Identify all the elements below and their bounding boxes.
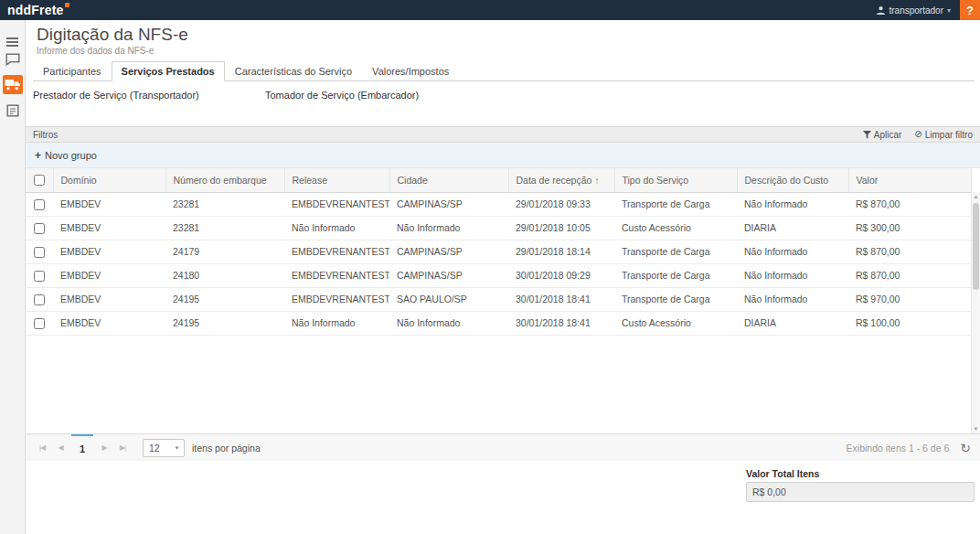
total-items-input[interactable]: R$ 0,00 (746, 482, 975, 502)
vertical-scrollbar[interactable]: ▲ ▼ (971, 192, 980, 433)
sort-asc-icon: ↑ (594, 176, 599, 186)
table-cell: 24180 (165, 263, 284, 287)
tab-caracteristicas-do-servico[interactable]: Características do Serviço (225, 61, 362, 81)
clear-filter-label: Limpar filtro (925, 130, 973, 140)
sidebar-menu-button[interactable] (3, 27, 23, 47)
table-row[interactable]: EMBDEV23281Não InformadoNão Informado29/… (26, 216, 971, 240)
tab-valores-impostos[interactable]: Valores/Impostos (362, 61, 459, 81)
row-checkbox[interactable] (34, 271, 45, 282)
pager-status: Exibindo itens 1 - 6 de 6 (847, 443, 950, 454)
table-cell: 29/01/2018 18:14 (508, 240, 614, 263)
chat-icon (5, 53, 20, 66)
truck-icon (5, 79, 21, 91)
table-cell: 24195 (165, 311, 284, 335)
table-cell: Não Informado (737, 240, 848, 263)
table-cell: 29/01/2018 09:33 (508, 192, 614, 216)
table-row[interactable]: EMBDEV24179EMBDEVRENANTESTE116CAMPINAS/S… (26, 240, 971, 263)
column-header-valor[interactable]: Valor (848, 168, 971, 192)
clear-filter-button[interactable]: ⊘ Limpar filtro (914, 130, 973, 140)
current-page[interactable]: 1 (71, 434, 93, 462)
table-cell: R$ 100,00 (848, 311, 971, 335)
last-page-button[interactable]: ▶| (113, 438, 132, 458)
table-cell: 24195 (165, 287, 284, 311)
column-header-dominio[interactable]: Domínio (53, 168, 165, 192)
scrollbar-thumb[interactable] (973, 203, 979, 290)
table-cell: 23281 (165, 216, 284, 240)
table-row[interactable]: EMBDEV24195EMBDEVRENANTESTE120SAO PAULO/… (26, 287, 971, 311)
tab-servicos-prestados[interactable]: Serviços Prestados (112, 61, 225, 81)
help-button[interactable]: ? (960, 0, 980, 20)
table-cell: 30/01/2018 18:41 (508, 311, 614, 335)
pagination-bar: |◀ ◀ 1 ▶ ▶| 12 ▾ itens por página Exibin… (26, 433, 980, 461)
table-row[interactable]: EMBDEV24180EMBDEVRENANTESTE117CAMPINAS/S… (26, 263, 971, 287)
table-cell: R$ 870,00 (848, 263, 971, 287)
scroll-down-icon[interactable]: ▼ (972, 426, 980, 432)
row-checkbox[interactable] (34, 294, 45, 305)
table-cell: Custo Acessório (614, 216, 737, 240)
chevron-down-icon: ▾ (170, 444, 184, 452)
table-cell: R$ 870,00 (848, 192, 971, 216)
apply-filter-label: Aplicar (874, 130, 902, 140)
grid-toolbar: + Novo grupo (26, 143, 980, 168)
table-cell: EMBDEV (53, 311, 165, 335)
first-page-button[interactable]: |◀ (33, 438, 51, 458)
row-checkbox[interactable] (34, 318, 45, 329)
page-header: Digitação da NFS-e Informe dos dados da … (26, 20, 980, 60)
user-menu-label: transportador (889, 5, 943, 16)
next-page-button[interactable]: ▶ (95, 438, 113, 458)
new-group-button[interactable]: + Novo grupo (35, 150, 97, 161)
column-header-tipo-servico[interactable]: Tipo do Serviço (614, 168, 737, 192)
select-all-checkbox[interactable] (34, 175, 45, 186)
table-cell: 30/01/2018 09:29 (508, 263, 614, 287)
filter-icon (863, 131, 871, 139)
row-checkbox[interactable] (34, 247, 45, 258)
row-checkbox-cell (26, 192, 53, 216)
column-header-release[interactable]: Release (284, 168, 389, 192)
row-checkbox-cell (26, 311, 53, 335)
table-cell: R$ 970,00 (848, 287, 971, 311)
row-checkbox[interactable] (34, 223, 45, 234)
table-row[interactable]: EMBDEV24195Não InformadoNão Informado30/… (26, 311, 971, 335)
invoice-icon (6, 104, 19, 117)
table-cell: EMBDEVRENANTESTE117 (284, 263, 389, 287)
sidebar-item-freight-active[interactable] (3, 75, 23, 94)
sidebar-item-messages[interactable] (3, 49, 23, 69)
page-size-value: 12 (144, 443, 170, 454)
tomador-section-label: Tomador de Serviço (Embarcador) (265, 90, 419, 126)
table-cell: 23281 (165, 192, 284, 216)
app-logo: nddFrete (0, 0, 69, 20)
table-cell: R$ 870,00 (848, 240, 971, 263)
app-logo-text: nddFrete (7, 3, 64, 17)
scroll-up-icon[interactable]: ▲ (972, 194, 980, 199)
prev-page-button[interactable]: ◀ (51, 438, 69, 458)
column-header-data-recepcao[interactable]: Data de recepção↑ (508, 168, 614, 192)
table-cell: DIARIA (737, 311, 848, 335)
table-cell: R$ 300,00 (848, 216, 971, 240)
plus-icon: + (35, 150, 41, 161)
user-menu[interactable]: transportador ▾ (867, 0, 961, 20)
filters-bar: Filtros Aplicar ⊘ Limpar filtro (26, 126, 980, 143)
column-header-numero-embarque[interactable]: Número do embarque (165, 168, 284, 192)
page-size-select[interactable]: 12 ▾ (143, 439, 185, 457)
table-row[interactable]: EMBDEV23281EMBDEVRENANTESTE115CAMPINAS/S… (26, 192, 971, 216)
table-cell: Não Informado (389, 311, 508, 335)
apply-filter-button[interactable]: Aplicar (863, 130, 902, 140)
sidebar-item-invoices[interactable] (3, 101, 23, 120)
table-cell: EMBDEV (53, 287, 165, 311)
row-checkbox-cell (26, 216, 53, 240)
footer: Valor Total Itens R$ 0,00 (26, 461, 980, 534)
table-header-row: Domínio Número do embarque Release Cidad… (26, 168, 971, 192)
table-cell: EMBDEVRENANTESTE115 (284, 192, 389, 216)
participants-sections: Prestador de Serviço (Transportador) Tom… (26, 81, 980, 126)
refresh-icon[interactable]: ↻ (960, 442, 971, 454)
prestador-section-label: Prestador de Serviço (Transportador) (33, 90, 265, 126)
table-cell: 29/01/2018 10:05 (508, 216, 614, 240)
column-header-descricao-custo[interactable]: Descrição do Custo (737, 168, 848, 192)
row-checkbox[interactable] (34, 199, 45, 210)
tab-participantes[interactable]: Participantes (33, 61, 112, 81)
row-checkbox-cell (26, 263, 53, 287)
shipments-table: Domínio Número do embarque Release Cidad… (26, 168, 972, 336)
row-checkbox-cell (26, 240, 53, 263)
column-header-cidade[interactable]: Cidade (389, 168, 508, 192)
table-cell: Não Informado (284, 311, 389, 335)
